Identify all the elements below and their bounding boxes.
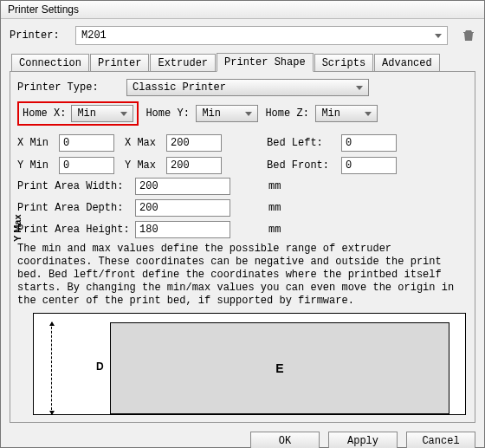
home-row: Home X: Min Home Y: Min Home Z: <box>17 101 468 126</box>
ok-button[interactable]: OK <box>250 432 320 448</box>
description-text: The min and max values define the possib… <box>17 243 468 308</box>
area-height-label: Print Area Height: <box>17 224 130 236</box>
bed-front-label: Bed Front: <box>267 159 336 172</box>
home-x-label: Home X: <box>23 107 66 120</box>
apply-button[interactable]: Apply <box>328 432 398 448</box>
tab-printer-shape[interactable]: Printer Shape <box>217 53 314 72</box>
printer-settings-window: Printer Settings Printer: M201 Connectio… <box>0 0 485 448</box>
printer-label: Printer: <box>10 29 68 42</box>
bed-diagram: D E <box>33 313 466 415</box>
diagram-y-arrow <box>51 322 52 414</box>
home-y-cell: Home Y: Min <box>146 105 258 122</box>
dialog-buttons: OK Apply Cancel <box>1 426 484 448</box>
tab-connection[interactable]: Connection <box>11 54 89 72</box>
ymin-input[interactable] <box>59 157 114 174</box>
home-x-highlight: Home X: Min <box>17 101 139 126</box>
window-body: Printer: M201 Connection Printer Extrude… <box>1 19 484 426</box>
area-depth-input[interactable] <box>135 199 230 217</box>
ymax-input[interactable] <box>166 157 222 174</box>
area-height-input[interactable] <box>135 221 230 238</box>
printer-shape-panel: Printer Type: Classic Printer Home X: Mi… <box>10 71 475 423</box>
area-width-label: Print Area Width: <box>17 180 130 192</box>
printer-select-value: M201 <box>81 29 107 42</box>
bed-left-label: Bed Left: <box>267 137 336 149</box>
chevron-down-icon <box>120 112 127 116</box>
home-z-value: Min <box>321 107 340 120</box>
tab-printer[interactable]: Printer <box>90 54 149 72</box>
area-height-unit: mm <box>268 224 281 236</box>
area-depth-label: Print Area Depth: <box>17 202 130 214</box>
diagram-d-label: D <box>96 360 104 373</box>
home-x-value: Min <box>77 107 96 120</box>
xmin-input[interactable] <box>59 134 114 152</box>
tab-extruder[interactable]: Extruder <box>150 54 216 72</box>
xmax-input[interactable] <box>166 134 222 152</box>
home-y-label: Home Y: <box>146 107 191 120</box>
bed-left-input[interactable] <box>341 134 397 152</box>
home-y-select[interactable]: Min <box>196 105 258 122</box>
window-title: Printer Settings <box>1 1 484 19</box>
tab-scripts[interactable]: Scripts <box>314 54 373 72</box>
tabs: Connection Printer Extruder Printer Shap… <box>10 52 475 71</box>
chevron-down-icon <box>435 34 442 38</box>
area-depth-unit: mm <box>268 202 281 214</box>
delete-printer-icon[interactable] <box>462 29 475 42</box>
home-z-select[interactable]: Min <box>315 105 378 122</box>
xmax-label: X Max <box>125 137 161 149</box>
printer-type-value: Classic Printer <box>133 81 226 94</box>
limits-grid: X Min Y Min X Max Y Max <box>17 134 468 174</box>
home-z-label: Home Z: <box>265 107 310 120</box>
ymin-label: Y Min <box>17 159 54 172</box>
printer-type-label: Printer Type: <box>17 81 121 94</box>
diagram-e-label: E <box>275 361 283 375</box>
diagram-ymax-label: Y Max <box>12 214 23 242</box>
printer-select[interactable]: M201 <box>75 26 448 45</box>
printer-row: Printer: M201 <box>10 26 475 45</box>
bed-front-input[interactable] <box>341 157 397 174</box>
area-width-unit: mm <box>268 180 281 192</box>
home-x-select[interactable]: Min <box>71 105 133 122</box>
chevron-down-icon <box>356 86 363 90</box>
ymax-label: Y Max <box>125 159 161 172</box>
printer-type-row: Printer Type: Classic Printer <box>17 79 468 96</box>
chevron-down-icon <box>245 112 252 116</box>
tab-advanced[interactable]: Advanced <box>374 54 440 72</box>
cancel-button[interactable]: Cancel <box>406 432 475 448</box>
diagram-bed-rect: E <box>110 322 449 414</box>
chevron-down-icon <box>365 112 372 116</box>
home-z-cell: Home Z: Min <box>265 105 378 122</box>
area-width-input[interactable] <box>135 178 230 195</box>
xmin-label: X Min <box>17 137 54 149</box>
printer-type-select[interactable]: Classic Printer <box>126 79 369 96</box>
home-y-value: Min <box>202 107 221 120</box>
